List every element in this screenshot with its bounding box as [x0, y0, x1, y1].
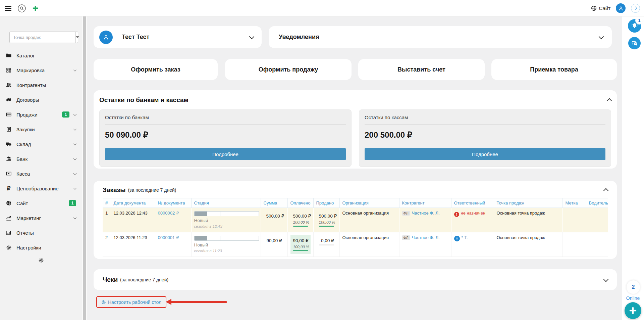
column-header[interactable]: Метка — [562, 198, 586, 208]
sidebar-item-site[interactable]: Сайт1 — [0, 196, 82, 211]
contractor-type-badge: ФЛ — [402, 235, 410, 240]
notifications-card[interactable]: Уведомления — [269, 26, 612, 48]
chevron-down-icon[interactable] — [249, 34, 255, 39]
sidebar-item-cashdesk[interactable]: Касса — [0, 166, 82, 181]
column-header[interactable]: Оплачено — [287, 198, 313, 208]
clipboard-icon — [5, 126, 12, 133]
sidebar-item-catalog[interactable]: Каталог — [0, 48, 82, 63]
folder-icon — [5, 52, 12, 59]
column-header[interactable]: Организация — [339, 198, 399, 208]
sidebar-item-marking[interactable]: Маркировка — [0, 63, 82, 78]
column-header[interactable]: Стадия — [191, 198, 261, 208]
add-fab-button[interactable] — [625, 302, 641, 319]
pos-search-dropdown[interactable] — [75, 32, 79, 43]
column-header[interactable]: Точка продаж — [494, 198, 562, 208]
quick-action-order[interactable]: Оформить заказ — [94, 59, 218, 80]
cash-icon — [5, 170, 12, 177]
column-header[interactable]: Сумма — [261, 198, 287, 208]
balance-amount: 200 500.00 ₽ — [365, 130, 605, 140]
balances-card: Остатки по банкам и кассам Остатки по ба… — [94, 90, 617, 169]
balance-amount: 50 090.00 ₽ — [105, 130, 346, 140]
chevron-down-icon — [73, 127, 77, 131]
chevron-down-icon[interactable] — [599, 34, 604, 39]
globe-icon — [591, 5, 597, 11]
row-number: 2 — [103, 232, 111, 257]
order-row[interactable]: 112.03.2026 12:430000002₽Новыйсегодня в … — [103, 208, 608, 232]
responsible-unassigned: не назначен — [461, 211, 486, 216]
configure-desktop-label: Настроить рабочий стол — [108, 300, 161, 305]
column-header[interactable]: № документа — [155, 198, 191, 208]
pos-search-input[interactable] — [10, 32, 75, 43]
stage-name: Новый — [194, 218, 258, 223]
column-header[interactable]: Продано — [313, 198, 339, 208]
column-header[interactable]: Ответственный — [451, 198, 494, 208]
balance-box-banks: Остатки по банкам50 090.00 ₽Подробнее — [99, 109, 352, 167]
collapse-icon[interactable] — [603, 188, 609, 193]
expand-icon[interactable] — [603, 277, 609, 282]
sidebar-item-label: Договоры — [16, 97, 76, 103]
quick-action-invoice[interactable]: Выставить счет — [358, 59, 485, 80]
column-header[interactable]: # — [103, 198, 111, 208]
stage-progressbar — [194, 211, 259, 216]
column-header[interactable]: Дата документа — [111, 198, 155, 208]
notifications-bell-button[interactable]: 1 — [628, 19, 641, 33]
sidebar-item-label: Касса — [16, 171, 69, 177]
organization: Основная организация — [339, 232, 399, 257]
site-link-label: Сайт — [599, 5, 610, 11]
details-button-banks[interactable]: Подробнее — [105, 148, 346, 160]
add-icon[interactable] — [32, 5, 39, 11]
user-avatar-button[interactable] — [616, 3, 626, 13]
contractor-type-badge: ФЛ — [402, 211, 410, 216]
quick-action-acceptance[interactable]: Приемка товара — [491, 59, 617, 80]
stage-name: Новый — [194, 242, 258, 247]
count-badge: 1 — [69, 200, 76, 206]
contractor-link[interactable]: Частное Ф. Л. — [412, 235, 440, 240]
contractor-link[interactable]: Частное Ф. Л. — [412, 211, 440, 216]
notifications-title: Уведомления — [279, 34, 599, 41]
sidebar-item-pricing[interactable]: ₽Ценообразование — [0, 181, 82, 196]
details-button-cash[interactable]: Подробнее — [365, 148, 605, 160]
mark — [562, 208, 586, 232]
topbar: Сайт — [0, 0, 644, 16]
qr-icon — [5, 67, 12, 74]
site-link[interactable]: Сайт — [591, 5, 610, 11]
driver — [586, 232, 608, 257]
avatar — [454, 236, 460, 241]
point-of-sale: Основная точка продаж — [494, 232, 562, 257]
chat-button[interactable] — [628, 37, 641, 49]
point-of-sale: Основная точка продаж — [494, 208, 562, 232]
search-icon[interactable] — [17, 4, 26, 13]
orders-card: Заказы (за последние 7 дней) #Дата докум… — [94, 181, 617, 259]
chevron-down-icon — [73, 68, 77, 72]
responsible-link[interactable]: * Т. — [462, 235, 468, 240]
column-header[interactable]: Водитель — [586, 198, 608, 208]
order-row[interactable]: 212.03.2026 11:230000001₽Новыйсегодня в … — [103, 232, 608, 257]
sidebar-item-contractors[interactable]: Контрагенты — [0, 78, 82, 92]
truck-icon — [5, 141, 12, 147]
quick-action-sale[interactable]: Оформить продажу — [225, 59, 352, 80]
sidebar-item-reports[interactable]: Отчеты — [0, 225, 82, 240]
column-header[interactable]: Контрагент — [399, 198, 451, 208]
sidebar-settings-gear[interactable] — [0, 258, 82, 263]
employee-card[interactable]: Тест Тест — [94, 26, 262, 48]
sidebar-item-bank[interactable]: Банк — [0, 151, 82, 166]
doc-number-link[interactable]: 0000001 — [158, 235, 175, 240]
row-number: 1 — [103, 208, 111, 232]
collapse-icon[interactable] — [607, 98, 612, 103]
sidebar-scrollbar[interactable] — [82, 16, 87, 320]
doc-date: 12.03.2026 12:43 — [111, 208, 155, 232]
sidebar-item-settings[interactable]: Настройки — [0, 240, 82, 255]
sidebar-item-marketing[interactable]: Маркетинг — [0, 211, 82, 225]
sidebar-item-label: Маркетинг — [16, 215, 69, 221]
sidebar-item-label: Склад — [16, 141, 69, 147]
sidebar-item-purchases[interactable]: Закупки — [0, 122, 82, 137]
configure-desktop-link[interactable]: Настроить рабочий стол — [101, 300, 161, 305]
organization: Основная организация — [339, 208, 399, 232]
sidebar-item-sales[interactable]: Продажи1 — [0, 107, 82, 122]
sidebar-item-warehouse[interactable]: Склад — [0, 137, 82, 151]
sidebar-item-contracts[interactable]: Договоры — [0, 92, 82, 107]
right-gutter — [622, 16, 644, 320]
hamburger-menu-icon[interactable] — [5, 6, 11, 11]
doc-number-link[interactable]: 0000002 — [158, 211, 175, 216]
expand-panel-button[interactable] — [631, 4, 640, 13]
